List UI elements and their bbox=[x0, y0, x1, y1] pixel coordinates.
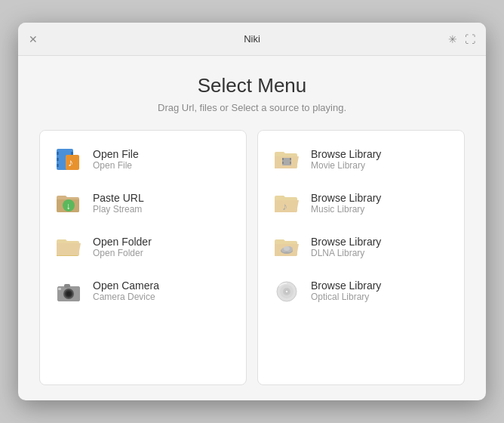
paste-url-item[interactable]: ↓ Paste URL Play Stream bbox=[49, 182, 237, 224]
open-camera-sublabel: Camera Device bbox=[93, 292, 159, 302]
window-title: Niki bbox=[244, 33, 260, 45]
optical-library-label: Browse Library bbox=[311, 279, 381, 292]
optical-library-item[interactable]: Browse Library Optical Library bbox=[267, 270, 455, 312]
close-button[interactable]: ✕ bbox=[29, 34, 38, 45]
svg-rect-3 bbox=[57, 164, 59, 167]
svg-point-15 bbox=[66, 292, 71, 296]
music-library-sublabel: Music Library bbox=[311, 204, 381, 215]
open-file-item[interactable]: ♪ Open File Open File bbox=[49, 138, 237, 181]
music-library-icon: ♪ bbox=[273, 190, 300, 217]
paste-url-icon: ↓ bbox=[55, 190, 82, 217]
movie-library-label: Browse Library bbox=[311, 148, 381, 160]
right-panel: Browse Library Movie Library ♪ bbox=[257, 130, 465, 385]
dlna-library-item[interactable]: Browse Library DLNA Library bbox=[267, 226, 455, 268]
dlna-library-label: Browse Library bbox=[311, 236, 381, 248]
movie-library-sublabel: Movie Library bbox=[311, 160, 381, 171]
page-subtitle: Drag Url, files or Select a source to pl… bbox=[158, 102, 346, 113]
open-camera-label: Open Camera bbox=[93, 279, 159, 292]
open-folder-text: Open Folder Open Folder bbox=[93, 236, 152, 258]
svg-rect-4 bbox=[71, 152, 73, 155]
open-file-sublabel: Open File bbox=[93, 160, 139, 171]
dlna-library-sublabel: DLNA Library bbox=[311, 248, 381, 258]
open-file-label: Open File bbox=[93, 148, 139, 160]
movie-library-text: Browse Library Movie Library bbox=[311, 148, 381, 171]
svg-rect-20 bbox=[282, 162, 284, 164]
open-camera-text: Open Camera Camera Device bbox=[93, 279, 159, 302]
titlebar: ✕ Niki ✳︎ ⛶ bbox=[18, 23, 486, 56]
optical-library-icon bbox=[273, 277, 300, 304]
svg-rect-21 bbox=[290, 158, 291, 160]
open-file-text: Open File Open File bbox=[93, 148, 139, 171]
content-area: Select Menu Drag Url, files or Select a … bbox=[18, 56, 486, 400]
dlna-library-text: Browse Library DLNA Library bbox=[311, 236, 381, 258]
open-folder-icon bbox=[55, 233, 82, 261]
svg-point-31 bbox=[285, 290, 288, 293]
open-folder-label: Open Folder bbox=[93, 236, 152, 248]
page-title: Select Menu bbox=[198, 74, 307, 97]
svg-rect-17 bbox=[58, 288, 61, 290]
brightness-icon[interactable]: ✳︎ bbox=[448, 33, 457, 45]
optical-library-sublabel: Optical Library bbox=[311, 292, 381, 302]
svg-text:♪: ♪ bbox=[68, 156, 73, 168]
left-panel: ♪ Open File Open File bbox=[39, 130, 247, 385]
svg-text:↓: ↓ bbox=[66, 201, 71, 212]
fullscreen-icon[interactable]: ⛶ bbox=[465, 33, 475, 45]
optical-library-text: Browse Library Optical Library bbox=[311, 279, 381, 302]
svg-rect-19 bbox=[282, 158, 284, 160]
open-file-icon: ♪ bbox=[55, 146, 82, 173]
movie-library-item[interactable]: Browse Library Movie Library bbox=[267, 138, 455, 181]
paste-url-text: Paste URL Play Stream bbox=[93, 192, 144, 215]
panels-container: ♪ Open File Open File bbox=[39, 130, 465, 385]
open-camera-item[interactable]: Open Camera Camera Device bbox=[49, 270, 237, 312]
open-folder-item[interactable]: Open Folder Open Folder bbox=[49, 226, 237, 268]
titlebar-right-buttons: ✳︎ ⛶ bbox=[448, 33, 475, 45]
open-folder-sublabel: Open Folder bbox=[93, 248, 152, 258]
movie-library-icon bbox=[273, 146, 300, 173]
music-library-item[interactable]: ♪ Browse Library Music Library bbox=[267, 182, 455, 224]
svg-rect-2 bbox=[57, 158, 59, 161]
paste-url-sublabel: Play Stream bbox=[93, 204, 144, 215]
paste-url-label: Paste URL bbox=[93, 192, 144, 204]
music-library-label: Browse Library bbox=[311, 192, 381, 204]
music-library-text: Browse Library Music Library bbox=[311, 192, 381, 215]
svg-rect-1 bbox=[57, 152, 59, 155]
svg-text:♪: ♪ bbox=[282, 200, 287, 212]
svg-rect-22 bbox=[290, 162, 291, 164]
open-camera-icon bbox=[55, 277, 82, 304]
main-window: ✕ Niki ✳︎ ⛶ Select Menu Drag Url, files … bbox=[18, 23, 486, 400]
svg-point-27 bbox=[284, 246, 290, 251]
svg-rect-16 bbox=[64, 284, 70, 288]
dlna-library-icon bbox=[273, 233, 300, 261]
